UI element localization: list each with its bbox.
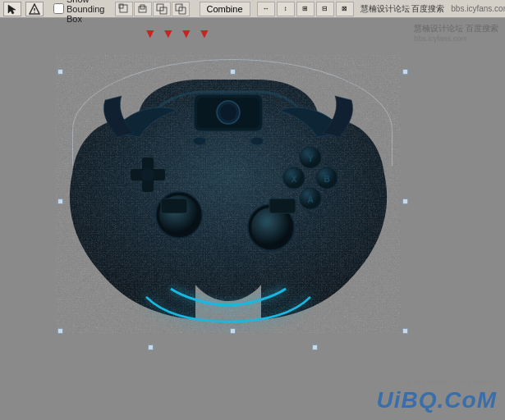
- toolbar-right-text: 慧楠设计论坛 百度搜索: [360, 3, 445, 15]
- svg-rect-43: [161, 199, 187, 213]
- toolbar: Show Bounding Box: [0, 0, 505, 18]
- right-icon-2[interactable]: ↕: [277, 2, 295, 16]
- watermark-post: post at icofans.com kdrfans: [395, 378, 495, 387]
- svg-text:A: A: [307, 195, 313, 204]
- watermark-top: 慧楠设计论坛 百度搜索 bbs.icyfans.com: [414, 23, 498, 43]
- svg-point-19: [141, 168, 154, 181]
- handle-bc2[interactable]: [148, 345, 154, 350]
- svg-point-37: [108, 271, 111, 274]
- red-arrow-2: ▲: [162, 28, 175, 41]
- handle-mr[interactable]: [402, 199, 408, 204]
- handle-br[interactable]: [402, 328, 408, 334]
- transform-icon-2[interactable]: [134, 2, 152, 16]
- handle-bl[interactable]: [57, 328, 63, 334]
- svg-text:B: B: [324, 175, 329, 184]
- right-icon-3[interactable]: ⊞: [296, 2, 314, 16]
- watermark-top-text1: 慧楠设计论坛 百度搜索: [414, 23, 498, 34]
- svg-point-16: [220, 104, 236, 121]
- controller-svg: Y B X A: [56, 55, 401, 334]
- svg-point-39: [348, 246, 351, 249]
- svg-point-14: [250, 137, 264, 145]
- canvas-area: ▲ ▲ ▲ ▲: [0, 18, 505, 420]
- svg-point-40: [354, 258, 357, 262]
- handle-tl[interactable]: [57, 69, 63, 75]
- red-arrows: ▲ ▲ ▲ ▲: [144, 28, 210, 41]
- handle-tc[interactable]: [230, 69, 236, 75]
- svg-point-13: [193, 137, 206, 145]
- controller-canvas: Y B X A: [48, 51, 417, 363]
- svg-point-38: [354, 234, 357, 237]
- svg-text:X: X: [292, 175, 297, 184]
- svg-point-35: [105, 246, 108, 249]
- svg-rect-3: [120, 5, 127, 12]
- right-icon-1[interactable]: ↔: [257, 2, 275, 16]
- arrow-tool-button[interactable]: [3, 2, 21, 16]
- svg-point-25: [261, 217, 271, 227]
- svg-rect-5: [139, 7, 146, 12]
- red-arrow-3: ▲: [180, 28, 193, 41]
- right-icon-5[interactable]: ⊠: [336, 2, 354, 16]
- bounding-box-checkbox[interactable]: [53, 3, 64, 14]
- right-icon-4[interactable]: ⊟: [316, 2, 334, 16]
- right-icons: ↔ ↕ ⊞ ⊟ ⊠: [257, 2, 354, 16]
- combine-button[interactable]: Combine: [200, 2, 250, 16]
- bounding-box-label: Show Bounding Box: [67, 0, 105, 24]
- svg-point-36: [99, 258, 103, 262]
- svg-text:Y: Y: [308, 154, 314, 163]
- watermark-bottom-text: UiBQ.CoM: [377, 387, 497, 413]
- svg-line-10: [179, 4, 182, 7]
- bounding-box-toggle[interactable]: Show Bounding Box: [53, 0, 105, 24]
- arrow-tool-button2[interactable]: [25, 2, 44, 16]
- red-arrow-4: ▲: [198, 28, 211, 41]
- watermark-top-text2: bbs.icyfans.com: [414, 34, 498, 43]
- toolbar-right-text2: bbs.icyfans.com: [451, 4, 505, 13]
- svg-point-41: [346, 271, 349, 274]
- transform-icon-1[interactable]: [115, 2, 133, 16]
- svg-rect-42: [269, 199, 296, 213]
- handle-ml[interactable]: [57, 199, 63, 204]
- watermark-bottom: UiBQ.CoM: [377, 387, 497, 413]
- transform-icon-4[interactable]: [172, 2, 190, 16]
- handle-bc1[interactable]: [230, 328, 236, 334]
- red-arrow-1: ▲: [144, 28, 157, 41]
- svg-point-34: [99, 234, 103, 237]
- handle-tr[interactable]: [402, 69, 408, 75]
- transform-icon-3[interactable]: [153, 2, 171, 16]
- svg-point-2: [34, 11, 35, 13]
- handle-bc3[interactable]: [312, 345, 318, 350]
- watermark-post-text: post at icofans.com kdrfans: [395, 378, 495, 387]
- transform-icons: [115, 2, 190, 16]
